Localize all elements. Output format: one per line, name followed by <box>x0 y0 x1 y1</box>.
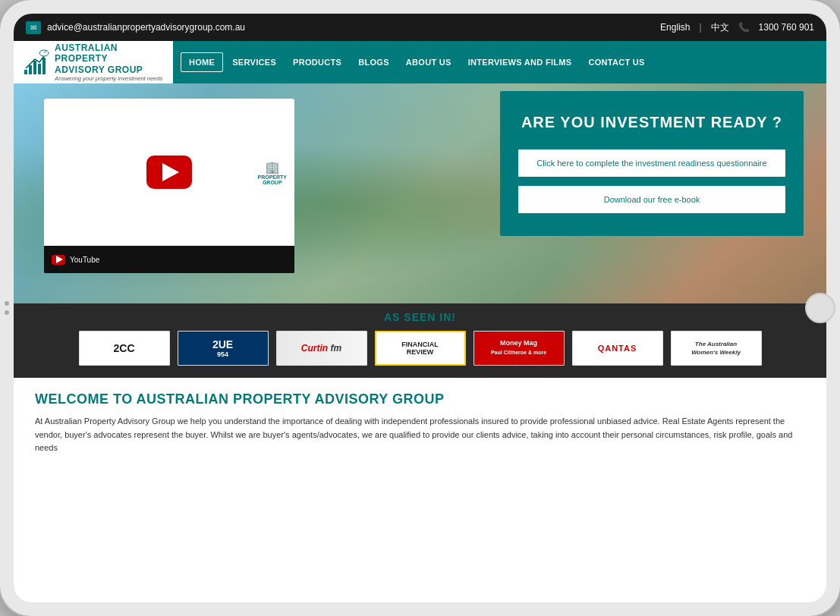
media-logo-financial-review: FINANCIALREVIEW <box>375 331 466 366</box>
youtube-play-icon <box>56 256 63 263</box>
logo-subtitle: Answering your property investment needs <box>55 75 164 82</box>
lang-chinese[interactable]: 中文 <box>711 21 729 34</box>
email-icon: ✉ <box>26 21 41 34</box>
logo-curtin-text: Curtin fm <box>301 343 341 354</box>
tablet-frame: ✉ advice@australianpropertyadvisorygroup… <box>0 0 840 616</box>
tablet-dot-2 <box>5 310 9 315</box>
logo-fin-text: FINANCIALREVIEW <box>401 341 439 356</box>
welcome-body: At Australian Property Advisory Group we… <box>35 415 805 455</box>
media-logo-qantas: QANTAS <box>572 331 663 366</box>
video-logo: 🏢 PROPERTYGROUP <box>257 160 287 185</box>
phone-icon: 📞 <box>738 22 750 33</box>
svg-rect-3 <box>38 64 41 74</box>
media-logo-curtin: Curtin fm <box>276 331 367 366</box>
cta-questionnaire-button[interactable]: Click here to complete the investment re… <box>518 149 785 177</box>
tablet-dot-1 <box>5 301 9 306</box>
youtube-label: YouTube <box>70 256 99 264</box>
svg-rect-1 <box>29 65 32 74</box>
top-bar: ✉ advice@australianpropertyadvisorygroup… <box>14 14 826 41</box>
media-logos: 2CC 2UE954 Curtin fm FINANCIALREVIEW Mon… <box>29 331 811 366</box>
nav-services[interactable]: SERVICES <box>225 53 284 71</box>
nav-about[interactable]: ABOUT US <box>398 53 459 71</box>
tablet-screen: ✉ advice@australianpropertyadvisorygroup… <box>14 14 826 602</box>
logo-title-line1: AUSTRALIAN PROPERTY <box>55 42 164 64</box>
play-triangle-icon <box>162 163 179 181</box>
logo-womens-text: The AustralianWomen's Weekly <box>691 340 741 357</box>
svg-rect-4 <box>42 58 46 74</box>
top-bar-left: ✉ advice@australianpropertyadvisorygroup… <box>26 21 245 34</box>
svg-rect-2 <box>33 61 36 74</box>
seen-in-section: AS SEEN IN! 2CC 2UE954 Curtin fm FINANCI… <box>14 303 826 378</box>
seen-in-title: AS SEEN IN! <box>29 311 811 323</box>
building-logo-icon: 🏢 <box>257 160 287 174</box>
phone-number: 1300 760 901 <box>759 22 814 33</box>
cta-box: ARE YOU INVESTMENT READY ? Click here to… <box>500 91 804 236</box>
video-bottom-bar: YouTube <box>44 246 294 273</box>
video-box[interactable]: 🏢 PROPERTYGROUP YouTube <box>44 99 294 273</box>
youtube-play-button[interactable] <box>146 156 192 189</box>
nav-bar: AUSTRALIAN PROPERTY ADVISORY GROUP Answe… <box>14 41 826 83</box>
nav-links: HOME SERVICES PRODUCTS BLOGS ABOUT US IN… <box>173 41 826 83</box>
svg-rect-0 <box>24 70 27 74</box>
nav-home[interactable]: HOME <box>181 52 223 72</box>
logo-qantas-text: QANTAS <box>598 344 637 353</box>
nav-products[interactable]: PRODUCTS <box>285 53 349 71</box>
logo-text: AUSTRALIAN PROPERTY ADVISORY GROUP Answe… <box>55 42 164 82</box>
video-logo-text: PROPERTYGROUP <box>257 174 287 185</box>
logo-2cc-text: 2CC <box>113 342 134 354</box>
hero-section: 🏢 PROPERTYGROUP YouTube ARE YOU INVESTME… <box>14 83 826 303</box>
lang-divider: | <box>699 22 701 33</box>
nav-contact[interactable]: CONTACT US <box>580 53 652 71</box>
logo-2ue-text: 2UE954 <box>212 338 233 358</box>
media-logo-womens-weekly: The AustralianWomen's Weekly <box>671 331 762 366</box>
nav-interviews[interactable]: INTERVIEWS AND FILMS <box>461 53 580 71</box>
tablet-home-button[interactable] <box>805 293 835 323</box>
logo-title-line2: ADVISORY GROUP <box>55 64 164 75</box>
welcome-title: WELCOME TO AUSTRALIAN PROPERTY ADVISORY … <box>35 391 805 407</box>
cta-ebook-button[interactable]: Download our free e-book <box>518 186 785 213</box>
logo-area: AUSTRALIAN PROPERTY ADVISORY GROUP Answe… <box>14 41 173 83</box>
media-logo-2cc: 2CC <box>79 331 170 366</box>
youtube-icon <box>52 255 65 265</box>
top-bar-right: English | 中文 📞 1300 760 901 <box>660 21 814 34</box>
logo-money-text: Money MagPaul Clitheroe & more <box>491 339 546 357</box>
email-address: advice@australianpropertyadvisorygroup.c… <box>47 22 245 33</box>
media-logo-2ue: 2UE954 <box>178 331 269 366</box>
cta-title: ARE YOU INVESTMENT READY ? <box>518 114 785 131</box>
welcome-section: WELCOME TO AUSTRALIAN PROPERTY ADVISORY … <box>14 378 826 466</box>
video-player[interactable]: 🏢 PROPERTYGROUP <box>44 99 294 246</box>
logo-icon <box>23 49 50 76</box>
lang-english[interactable]: English <box>660 22 690 33</box>
tablet-left-dots <box>5 301 9 315</box>
nav-blogs[interactable]: BLOGS <box>351 53 397 71</box>
media-logo-money-mag: Money MagPaul Clitheroe & more <box>473 331 565 366</box>
